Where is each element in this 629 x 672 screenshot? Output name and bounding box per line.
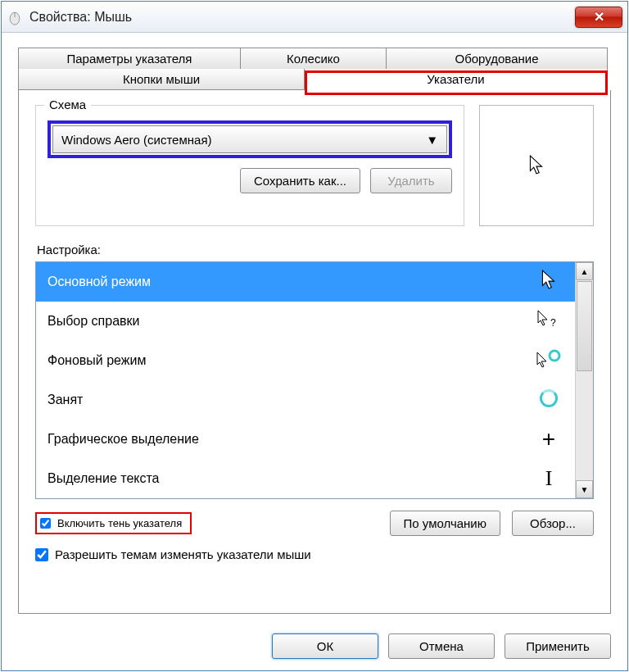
scroll-down-button[interactable]: ▼ — [576, 480, 593, 498]
scroll-up-button[interactable]: ▲ — [576, 262, 593, 280]
list-item[interactable]: Основной режим — [36, 262, 575, 302]
svg-text:?: ? — [550, 317, 556, 329]
enable-shadow-label: Включить тень указателя — [57, 517, 182, 529]
tab-wheel[interactable]: Колесико — [241, 48, 387, 69]
arrow-cursor-icon — [534, 270, 563, 294]
scroll-thumb[interactable] — [577, 281, 592, 371]
busy-cursor-icon — [534, 389, 563, 411]
window-title: Свойства: Мышь — [29, 10, 575, 25]
defaults-button[interactable]: По умолчанию — [390, 511, 500, 536]
tab-panel-pointers: Схема Windows Aero (системная) ▼ Сохрани… — [18, 90, 611, 614]
listbox-scrollbar[interactable]: ▲ ▼ — [575, 262, 593, 498]
apply-button[interactable]: Применить — [505, 633, 611, 659]
scheme-legend: Схема — [44, 98, 91, 111]
mouse-properties-window: Свойства: Мышь ✕ Параметры указателя Кол… — [1, 1, 628, 671]
scheme-group: Схема Windows Aero (системная) ▼ Сохрани… — [35, 105, 464, 226]
save-as-button[interactable]: Сохранить как... — [240, 168, 360, 193]
scheme-selected: Windows Aero (системная) — [61, 133, 212, 147]
list-item-label: Основной режим — [48, 275, 151, 289]
list-item-label: Графическое выделение — [48, 432, 199, 447]
tab-pointers[interactable]: Указатели — [305, 69, 608, 90]
help-cursor-icon: ? — [534, 310, 563, 333]
precision-cursor-icon: + — [534, 426, 563, 452]
content-area: Параметры указателя Колесико Оборудовани… — [2, 33, 627, 624]
cursor-listbox[interactable]: Основной режим Выбор справки ? Фоновый р… — [35, 261, 594, 499]
tab-buttons[interactable]: Кнопки мыши — [18, 69, 305, 90]
mouse-icon — [7, 9, 23, 25]
text-cursor-icon: I — [534, 466, 563, 491]
browse-button[interactable]: Обзор... — [512, 511, 594, 536]
highlight-scheme-dropdown: Windows Aero (системная) ▼ — [48, 120, 452, 158]
scroll-track[interactable] — [576, 372, 593, 480]
highlight-shadow-checkbox: Включить тень указателя — [35, 512, 192, 534]
list-item[interactable]: Графическое выделение + — [36, 420, 575, 459]
cancel-button[interactable]: Отмена — [388, 633, 495, 659]
ok-button[interactable]: ОК — [272, 633, 378, 659]
enable-shadow-checkbox[interactable] — [40, 518, 51, 529]
tab-pointer-options[interactable]: Параметры указателя — [18, 48, 241, 69]
working-cursor-icon — [534, 349, 563, 372]
list-item[interactable]: Фоновый режим — [36, 341, 575, 380]
delete-button[interactable]: Удалить — [370, 168, 452, 193]
list-item[interactable]: Выделение текста I — [36, 459, 575, 498]
customize-label: Настройка: — [37, 243, 594, 257]
svg-point-3 — [550, 351, 559, 361]
allow-themes-label: Разрешить темам изменять указатели мыши — [55, 547, 311, 561]
tab-hardware[interactable]: Оборудование — [387, 48, 608, 69]
scheme-dropdown[interactable]: Windows Aero (системная) ▼ — [52, 125, 447, 153]
titlebar: Свойства: Мышь ✕ — [2, 2, 627, 33]
close-button[interactable]: ✕ — [575, 7, 622, 28]
tab-strip: Параметры указателя Колесико Оборудовани… — [18, 48, 611, 90]
list-item-label: Выделение текста — [48, 471, 160, 486]
list-item[interactable]: Выбор справки ? — [36, 302, 575, 341]
list-item-label: Выбор справки — [48, 314, 139, 329]
cursor-preview — [479, 105, 594, 226]
list-item[interactable]: Занят — [36, 380, 575, 420]
list-item-label: Фоновый режим — [48, 353, 146, 368]
arrow-cursor-icon — [528, 155, 545, 176]
allow-themes-checkbox[interactable] — [35, 548, 48, 561]
list-item-label: Занят — [48, 393, 83, 407]
dialog-button-row: ОК Отмена Применить — [2, 624, 627, 670]
chevron-down-icon: ▼ — [426, 133, 438, 147]
close-icon: ✕ — [594, 9, 604, 25]
